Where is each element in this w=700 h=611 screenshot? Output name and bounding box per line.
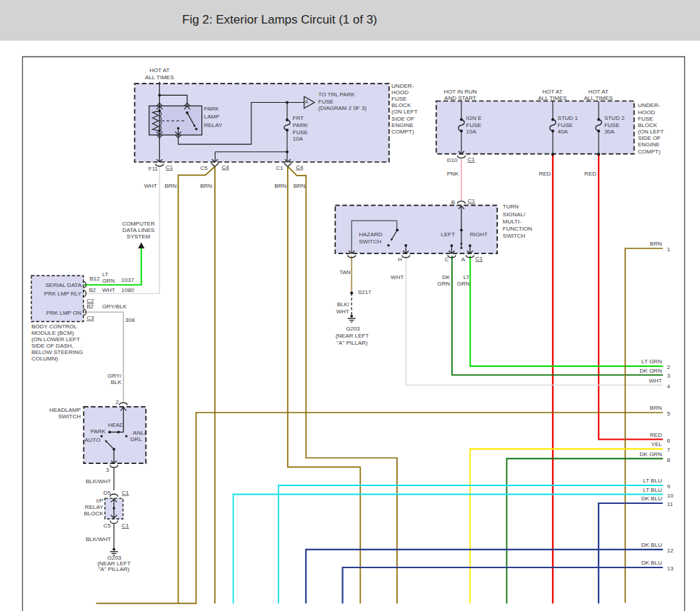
svg-text:(DIAGRAM 2 0F 3): (DIAGRAM 2 0F 3) — [319, 105, 367, 111]
svg-text:GRY/BLK: GRY/BLK — [102, 303, 127, 310]
svg-text:F11: F11 — [149, 166, 159, 172]
svg-text:C4: C4 — [222, 164, 230, 171]
svg-text:DK: DK — [442, 274, 451, 281]
svg-text:RED: RED — [650, 432, 662, 438]
svg-text:(ON LEFT: (ON LEFT — [391, 108, 418, 115]
svg-text:LAMP: LAMP — [204, 113, 220, 120]
svg-text:"A" PILLAR): "A" PILLAR) — [336, 340, 368, 346]
svg-text:C5: C5 — [104, 522, 111, 529]
svg-text:C3: C3 — [86, 315, 94, 321]
svg-text:Fig 2: Exterior Lamps Circuit: Fig 2: Exterior Lamps Circuit (1 of 3) — [182, 13, 377, 26]
svg-text:BLK/WHT: BLK/WHT — [86, 478, 111, 485]
svg-text:C1: C1 — [121, 490, 129, 496]
svg-text:FUSE: FUSE — [319, 99, 334, 105]
svg-text:DK BLU: DK BLU — [641, 495, 662, 502]
svg-text:2: 2 — [116, 399, 119, 405]
svg-text:C1: C1 — [468, 198, 476, 204]
svg-text:HOOD: HOOD — [391, 89, 409, 96]
svg-text:12: 12 — [667, 547, 674, 554]
svg-text:MULTI-: MULTI- — [503, 218, 521, 225]
svg-text:BRN: BRN — [650, 405, 662, 411]
svg-text:TO TRL PARK: TO TRL PARK — [319, 91, 356, 98]
svg-text:DK BLU: DK BLU — [641, 542, 662, 548]
svg-text:2: 2 — [667, 364, 671, 370]
svg-text:(NEAR LEFT: (NEAR LEFT — [336, 333, 369, 339]
svg-text:BLK: BLK — [111, 379, 122, 385]
svg-text:HOT AT: HOT AT — [589, 89, 609, 95]
svg-text:BLK/WHT: BLK/WHT — [86, 536, 111, 542]
svg-text:SWITCH: SWITCH — [503, 233, 526, 239]
svg-text:RIGHT: RIGHT — [470, 231, 488, 238]
svg-text:C1: C1 — [468, 156, 476, 163]
svg-text:LT: LT — [464, 274, 470, 281]
svg-text:11: 11 — [667, 501, 674, 508]
svg-text:ALL TIMES: ALL TIMES — [145, 74, 174, 81]
svg-text:DRL: DRL — [131, 436, 143, 443]
svg-text:C1: C1 — [166, 164, 174, 171]
svg-text:FUSE: FUSE — [293, 129, 308, 136]
svg-text:HOT IN RUN: HOT IN RUN — [444, 89, 477, 95]
svg-text:SIGNAL/: SIGNAL/ — [503, 211, 526, 218]
svg-text:HEAD: HEAD — [108, 422, 124, 428]
svg-text:AUTO: AUTO — [84, 437, 100, 443]
svg-text:PARK: PARK — [204, 106, 220, 112]
svg-text:HOT AT: HOT AT — [542, 89, 562, 95]
svg-text:BRN: BRN — [164, 183, 176, 189]
svg-text:BLK/: BLK/ — [337, 301, 350, 308]
svg-text:DK BLU: DK BLU — [641, 560, 662, 566]
svg-text:FRT: FRT — [293, 115, 304, 121]
svg-text:5: 5 — [667, 410, 671, 417]
svg-text:GRN: GRN — [457, 281, 470, 287]
svg-text:BRN: BRN — [200, 183, 212, 189]
svg-text:B2: B2 — [86, 303, 94, 310]
svg-text:C1: C1 — [121, 522, 129, 529]
svg-text:FUSE: FUSE — [638, 116, 653, 122]
svg-text:BLOCK: BLOCK — [84, 510, 104, 517]
svg-text:UNDER-: UNDER- — [391, 83, 414, 89]
svg-text:TURN: TURN — [503, 203, 519, 210]
svg-text:308: 308 — [125, 317, 135, 323]
svg-text:3: 3 — [106, 467, 109, 473]
svg-text:RED: RED — [539, 171, 551, 177]
svg-text:B: B — [451, 199, 455, 206]
svg-text:BRN: BRN — [294, 183, 306, 189]
svg-text:S217: S217 — [358, 289, 371, 296]
svg-text:10A: 10A — [293, 136, 304, 142]
svg-text:40A: 40A — [558, 128, 569, 135]
svg-text:SWITCH: SWITCH — [58, 413, 81, 420]
svg-text:LT: LT — [102, 271, 109, 278]
svg-text:BELOW STEERING: BELOW STEERING — [31, 349, 83, 355]
svg-text:10: 10 — [667, 493, 674, 499]
svg-text:FUSE: FUSE — [558, 122, 573, 128]
svg-text:WHT: WHT — [649, 378, 661, 384]
svg-text:COMPT): COMPT) — [391, 128, 414, 135]
svg-text:ENGINE: ENGINE — [638, 141, 660, 148]
svg-text:C4: C4 — [296, 164, 304, 171]
svg-text:RELAY: RELAY — [204, 122, 223, 128]
svg-text:AND START: AND START — [444, 95, 476, 101]
svg-text:H: H — [398, 256, 402, 263]
svg-text:HAZARD: HAZARD — [359, 231, 382, 238]
svg-text:HOOD: HOOD — [638, 109, 655, 116]
svg-text:ALL TIMES: ALL TIMES — [538, 95, 566, 101]
svg-text:I/P: I/P — [96, 498, 104, 504]
svg-text:IGN E: IGN E — [466, 115, 482, 121]
svg-text:"A" PILLAR): "A" PILLAR) — [99, 566, 130, 572]
svg-text:4: 4 — [667, 383, 671, 390]
svg-text:(ON LEFT: (ON LEFT — [638, 128, 664, 135]
svg-text:13: 13 — [667, 565, 674, 572]
svg-text:6: 6 — [667, 438, 671, 444]
svg-text:STUD 1: STUD 1 — [558, 115, 579, 121]
svg-text:PRK LMP ON: PRK LMP ON — [46, 310, 81, 316]
svg-text:9: 9 — [667, 483, 671, 490]
svg-text:1: 1 — [667, 246, 671, 253]
svg-text:COMPT): COMPT) — [638, 148, 661, 155]
svg-text:SIDE OF: SIDE OF — [638, 135, 661, 141]
svg-text:FUSE: FUSE — [604, 122, 619, 128]
svg-text:WHT: WHT — [391, 274, 404, 281]
svg-text:ANL/: ANL/ — [133, 430, 146, 436]
svg-text:(ON LOWER LEFT: (ON LOWER LEFT — [31, 336, 80, 343]
svg-text:BRN: BRN — [274, 183, 286, 189]
svg-text:C5: C5 — [200, 165, 208, 171]
svg-text:DK GRN: DK GRN — [640, 368, 662, 374]
